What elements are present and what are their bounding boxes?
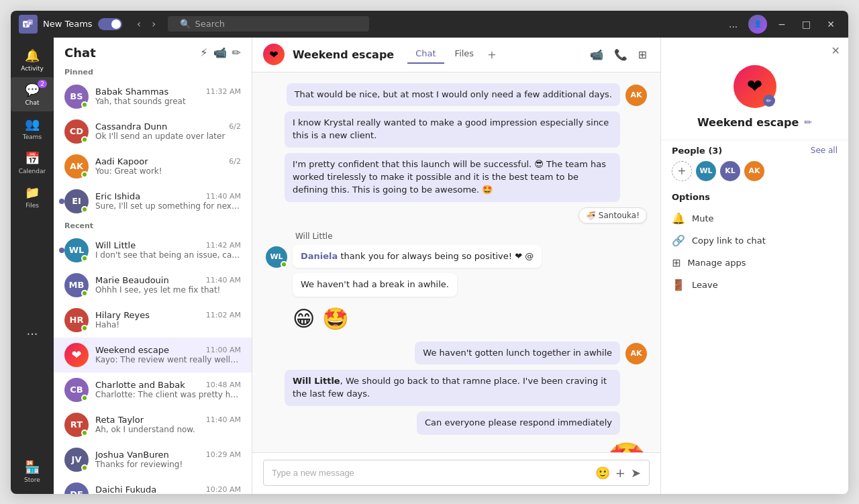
chat-item-weekend[interactable]: ❤️ Weekend escape 11:00 AM Kayo: The rev… (54, 338, 252, 372)
message-input-area: 🙂 + ➤ (252, 452, 660, 494)
chat-label: Chat (25, 99, 39, 106)
message-row: AK We haven't gotten lunch together in a… (266, 342, 647, 365)
avatar-aadi: AK (64, 154, 89, 179)
people-title: People (3) (672, 146, 722, 156)
option-mute[interactable]: 🔔 Mute (672, 207, 838, 230)
person-avatar-ak: AK (744, 161, 764, 181)
more-button[interactable]: ... (723, 17, 743, 31)
message-input[interactable] (272, 468, 590, 478)
chat-item-babak[interactable]: BS Babak Shammas 11:32 AM Yah, that soun… (54, 79, 252, 114)
chat-item-content: Babak Shammas 11:32 AM Yah, that sounds … (95, 87, 241, 106)
option-manage-apps[interactable]: ⊞ Manage apps (672, 252, 838, 274)
chat-item-preview: Yah, that sounds great (95, 97, 241, 106)
chat-item-hilary[interactable]: HR Hilary Reyes 11:02 AM Haha! (54, 303, 252, 338)
chat-item-marie[interactable]: MB Marie Beaudouin 11:40 AM Ohhh I see, … (54, 268, 252, 303)
sidebar-item-activity[interactable]: 🔔 Activity (11, 43, 54, 77)
chat-list-title: Chat (64, 46, 96, 60)
rp-edit-icon[interactable]: ✏️ (804, 117, 812, 128)
tab-files[interactable]: Files (447, 46, 483, 64)
chat-item-preview: Sure, I'll set up something for next wee… (95, 201, 241, 211)
chat-list-panel: Chat ⚡ 📹 ✏️ Pinned BS Babak Shammas 11: (54, 38, 252, 494)
search-placeholder: Search (195, 19, 225, 29)
app-window: T P New Teams ‹ › 🔍 Search ... 👤 − □ ✕ 🔔 (11, 11, 848, 494)
chat-item-daichi[interactable]: DF Daichi Fukuda 10:20 AM You: Thank you… (54, 477, 252, 494)
tab-chat[interactable]: Chat (407, 46, 444, 64)
sidebar-item-files[interactable]: 📁 Files (11, 180, 54, 214)
chat-item-content: Eric Ishida 11:40 AM Sure, I'll set up s… (95, 191, 241, 211)
teams-toggle[interactable] (98, 18, 122, 30)
sidebar-item-teams[interactable]: 👥 Teams (11, 111, 54, 146)
chat-item-aadi[interactable]: AK Aadi Kapoor 6/2 You: Great work! (54, 149, 252, 184)
chat-item-charlotte[interactable]: CB Charlotte and Babak 10:48 AM Charlott… (54, 372, 252, 407)
sidebar-item-chat[interactable]: 💬 Chat 2 (11, 77, 54, 111)
chat-item-name: Daichi Fukuda (95, 485, 156, 494)
search-bar[interactable]: 🔍 Search (168, 16, 369, 32)
chat-item-time: 11:40 AM (206, 192, 241, 201)
sidebar-item-more[interactable]: ··· (11, 321, 54, 346)
panel-icon[interactable]: ⊞ (636, 46, 650, 64)
svg-text:T: T (24, 23, 28, 28)
user-avatar[interactable]: 👤 (748, 15, 767, 34)
message-bubble: Will Little, We should go back to that r… (285, 370, 620, 406)
chat-item-name: Will Little (95, 240, 136, 250)
window-actions: ... 👤 − □ ✕ (723, 15, 840, 34)
mute-icon: 🔔 (672, 212, 685, 225)
message-row: AK Can everyone please respond immediate… (266, 411, 647, 435)
chat-item-content: Aadi Kapoor 6/2 You: Great work! (95, 156, 241, 176)
chat-item-reta[interactable]: RT Reta Taylor 11:40 AM Ah, ok I underst… (54, 407, 252, 442)
back-arrow[interactable]: ‹ (133, 16, 145, 32)
sidebar-item-store[interactable]: 🏪 Store (11, 454, 54, 489)
files-label: Files (26, 202, 39, 209)
activity-icon: 🔔 (25, 48, 40, 62)
messages-area: AK That would be nice, but at most I wou… (252, 72, 660, 452)
maximize-button[interactable]: □ (797, 17, 816, 31)
person-avatar-wl: WL (696, 161, 716, 181)
chat-item-time: 10:29 AM (206, 450, 241, 459)
teams-logo: T P (19, 15, 38, 34)
option-copy-link[interactable]: 🔗 Copy link to chat (672, 230, 838, 252)
tab-add[interactable]: + (485, 46, 499, 64)
close-panel-button[interactable]: ✕ (831, 44, 840, 57)
status-dot (81, 325, 88, 332)
leave-icon: 🚪 (672, 279, 685, 291)
attach-icon[interactable]: + (615, 466, 625, 480)
chat-item-preview: Ohhh I see, yes let me fix that! (95, 285, 241, 295)
send-icon[interactable]: ➤ (631, 466, 641, 480)
close-button[interactable]: ✕ (821, 17, 840, 31)
unread-dot (59, 199, 64, 204)
mention: Daniela (301, 251, 338, 261)
recent-section-label: Recent (54, 219, 252, 233)
chat-item-content: Charlotte and Babak 10:48 AM Charlotte: … (95, 380, 241, 399)
option-leave[interactable]: 🚪 Leave (672, 274, 838, 296)
chat-badge: 2 (38, 80, 47, 88)
new-chat-icon[interactable]: ✏️ (232, 46, 241, 59)
right-panel-close: ✕ (661, 38, 848, 57)
chat-item-joshua[interactable]: JV Joshua VanBuren 10:29 AM Thanks for r… (54, 442, 252, 477)
avatar-joshua: JV (64, 448, 89, 472)
chat-item-will[interactable]: WL Will Little 11:42 AM I don't see that… (54, 233, 252, 268)
add-person-button[interactable]: + (672, 161, 692, 181)
minimize-button[interactable]: − (772, 17, 791, 31)
audio-call-icon[interactable]: 📞 (611, 46, 630, 64)
chat-item-name: Eric Ishida (95, 191, 140, 201)
forward-arrow[interactable]: › (148, 16, 160, 32)
calendar-icon: 📅 (25, 151, 40, 165)
filter-icon[interactable]: ⚡ (200, 46, 207, 59)
message-avatar: AK (625, 343, 647, 364)
chat-item-cassandra[interactable]: CD Cassandra Dunn 6/2 Ok I'll send an up… (54, 114, 252, 149)
message-row: AK I know Krystal really wanted to make … (266, 111, 647, 148)
chat-item-content: Daichi Fukuda 10:20 AM You: Thank youll (95, 485, 241, 494)
video-call-icon[interactable]: 📹 (587, 46, 606, 64)
nav-sidebar: 🔔 Activity 💬 Chat 2 👥 Teams 📅 Calendar 📁… (11, 38, 54, 494)
message-avatar: WL (266, 246, 287, 268)
message-bubble: That would be nice, but at most I would … (287, 83, 620, 107)
emoji-icon[interactable]: 🙂 (595, 466, 610, 480)
video-icon[interactable]: 📹 (213, 46, 227, 59)
files-icon: 📁 (25, 185, 40, 199)
sender-label: Will Little (295, 232, 647, 241)
see-all-button[interactable]: See all (811, 146, 838, 155)
chat-item-eric[interactable]: EI Eric Ishida 11:40 AM Sure, I'll set u… (54, 184, 252, 219)
message-row: WL We haven't had a break in awhile. (266, 273, 647, 297)
chat-item-preview: You: Great work! (95, 166, 241, 176)
sidebar-item-calendar[interactable]: 📅 Calendar (11, 146, 54, 180)
